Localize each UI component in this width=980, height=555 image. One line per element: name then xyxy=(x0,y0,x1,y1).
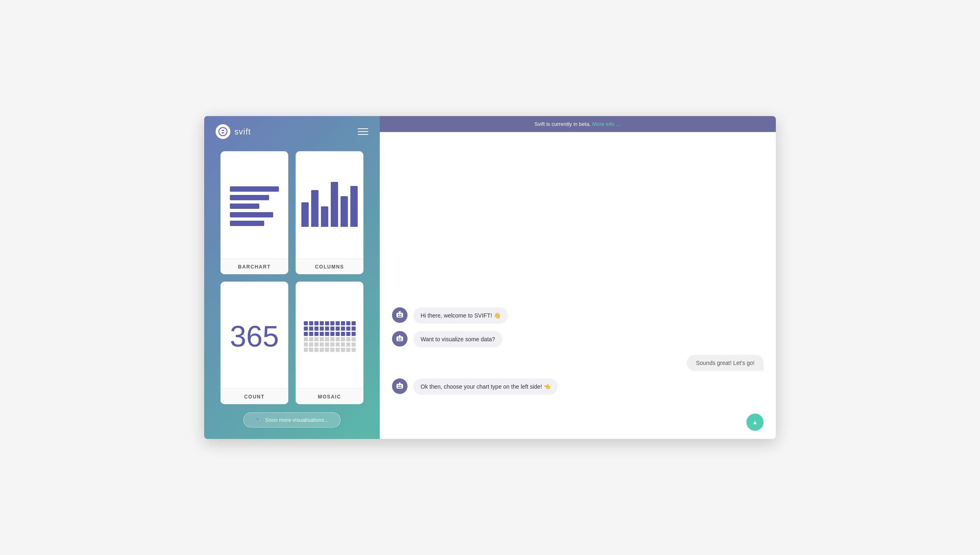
mosaic-card[interactable]: MOSAIC xyxy=(296,282,363,405)
svg-rect-16 xyxy=(398,387,402,388)
barchart-card[interactable]: BARCHART xyxy=(220,151,288,274)
left-header: svift xyxy=(204,116,380,147)
wrench-icon: 🔧 xyxy=(255,417,262,423)
svg-rect-2 xyxy=(398,314,399,315)
logo-icon xyxy=(216,124,230,139)
send-button[interactable] xyxy=(746,414,764,431)
svg-rect-4 xyxy=(398,316,402,317)
svg-rect-14 xyxy=(398,385,399,386)
bot-avatar-1 xyxy=(392,307,408,323)
svg-rect-11 xyxy=(398,340,402,340)
chat-area: Hi there, welcome to SVIFT! 👋 Want to vi… xyxy=(380,132,776,407)
svg-rect-10 xyxy=(400,338,401,339)
svg-rect-3 xyxy=(400,314,401,315)
svg-rect-9 xyxy=(398,338,399,339)
left-panel: svift xyxy=(204,116,380,439)
svg-rect-1 xyxy=(396,313,403,318)
hamburger-button[interactable] xyxy=(358,128,368,135)
count-visual: 365 xyxy=(229,291,280,382)
right-panel: Svift is currently in beta. More info … xyxy=(380,116,776,439)
svg-rect-13 xyxy=(396,384,403,389)
message-4: Ok then, choose your chart type on the l… xyxy=(392,378,764,395)
svg-rect-15 xyxy=(400,385,401,386)
svg-rect-12 xyxy=(399,335,401,336)
mosaic-visual xyxy=(304,291,355,382)
columns-label: COLUMNS xyxy=(296,258,363,274)
message-bubble-2: Want to visualize some data? xyxy=(413,331,502,347)
soon-banner: 🔧 Soon more visualisations... xyxy=(220,412,363,427)
svg-point-6 xyxy=(399,311,399,312)
count-label: COUNT xyxy=(220,388,288,404)
beta-link[interactable]: More info … xyxy=(592,121,621,127)
svg-rect-8 xyxy=(396,336,403,341)
message-2: Want to visualize some data? xyxy=(392,331,764,347)
logo-text: svift xyxy=(234,127,251,137)
message-1: Hi there, welcome to SVIFT! 👋 xyxy=(392,307,764,324)
bot-avatar-3 xyxy=(392,378,408,394)
svg-point-0 xyxy=(219,128,227,136)
svg-point-7 xyxy=(400,311,401,312)
user-bubble-3: Sounds great! Let's go! xyxy=(687,355,764,371)
beta-banner: Svift is currently in beta. More info … xyxy=(380,116,776,132)
chart-grid: BARCHART COLUMNS xyxy=(204,147,380,412)
send-area xyxy=(380,407,776,439)
soon-badge: 🔧 Soon more visualisations... xyxy=(243,412,340,427)
app-container: svift xyxy=(204,116,776,439)
bot-avatar-2 xyxy=(392,331,408,347)
barchart-label: BARCHART xyxy=(220,258,288,274)
count-card[interactable]: 365 COUNT xyxy=(220,282,288,405)
message-bubble-4: Ok then, choose your chart type on the l… xyxy=(413,378,558,395)
columns-visual xyxy=(304,161,355,252)
message-3: Sounds great! Let's go! xyxy=(392,355,764,371)
mosaic-label: MOSAIC xyxy=(296,388,363,404)
message-bubble-1: Hi there, welcome to SVIFT! 👋 xyxy=(413,307,508,324)
barchart-visual xyxy=(229,161,280,252)
svg-rect-17 xyxy=(399,383,401,384)
logo-area: svift xyxy=(216,124,251,139)
columns-card[interactable]: COLUMNS xyxy=(296,151,363,274)
